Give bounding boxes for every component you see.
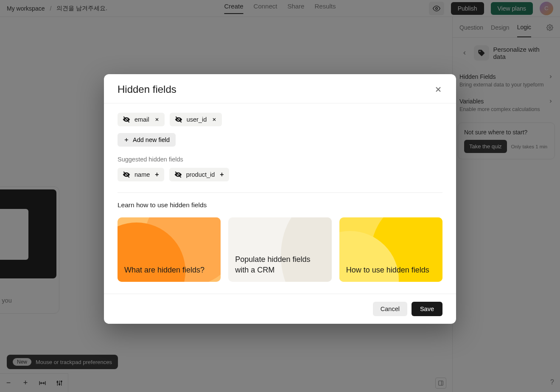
field-chip-email: email [118,113,165,126]
x-icon [212,117,217,122]
card-title: How to use hidden fields [339,258,436,282]
field-name: user_id [187,116,207,123]
modal-header: Hidden fields [104,74,456,103]
hidden-fields-modal: Hidden fields email user_id [104,74,456,324]
add-suggested-button[interactable]: + [155,171,159,178]
field-name: email [134,116,149,123]
add-new-field-button[interactable]: Add new field [118,133,176,147]
suggested-field-name: name [134,171,150,178]
remove-field-button[interactable] [154,117,160,122]
modal-footer: Cancel Save [104,294,456,324]
modal-body: email user_id Add new field Suggested hi… [104,103,456,294]
hidden-icon [175,116,182,123]
add-suggested-button[interactable]: + [220,171,224,178]
add-field-label: Add new field [133,136,170,143]
cancel-button[interactable]: Cancel [373,302,407,316]
hidden-icon [123,171,130,178]
remove-field-button[interactable] [212,117,217,122]
learn-cards: What are hidden fields? Populate hidden … [118,217,442,282]
suggested-chip-product-id: product_id + [169,168,229,181]
modal-title: Hidden fields [118,83,176,95]
suggested-fields: name + product_id + [118,168,442,181]
learn-card-3[interactable]: How to use hidden fields [339,217,442,282]
hidden-icon [123,116,130,123]
suggested-chip-name: name + [118,168,164,181]
section-divider [118,192,442,193]
plus-icon [123,137,129,143]
x-icon [154,117,160,122]
close-icon [434,85,442,94]
learn-card-2[interactable]: Populate hidden fields with a CRM [228,217,331,282]
card-title: Populate hidden fields with a CRM [228,247,331,282]
card-title: What are hidden fields? [118,258,211,282]
existing-fields: email user_id [118,113,442,126]
learn-card-1[interactable]: What are hidden fields? [118,217,221,282]
suggested-field-name: product_id [186,171,215,178]
save-button[interactable]: Save [412,302,442,316]
modal-close-button[interactable] [434,85,442,94]
hidden-icon [174,171,182,178]
field-chip-user-id: user_id [170,113,222,126]
suggested-label: Suggested hidden fields [118,156,442,163]
learn-label: Learn how to use hidden fields [118,201,442,209]
